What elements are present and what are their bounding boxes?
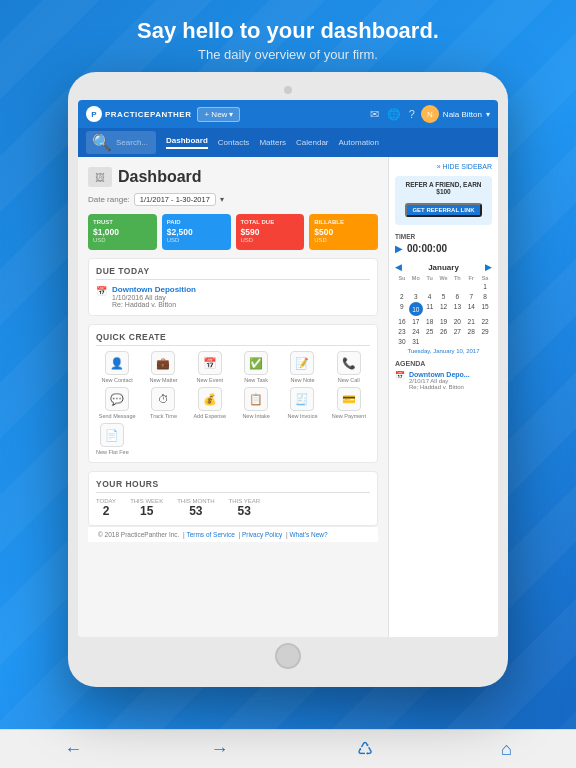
logo-area: P PRACTICEPANTHER [86,106,191,122]
nav-dashboard[interactable]: Dashboard [166,136,208,149]
nav-links: Dashboard Contacts Matters Calendar Auto… [166,136,379,149]
help-icon[interactable]: ? [409,108,415,120]
due-today-header: DUE TODAY [96,266,370,280]
stat-total-due: TOTAL DUE $590 USD [236,214,305,250]
terms-link[interactable]: Terms of Service [186,531,234,538]
bottom-tabs: ← → ♺ ⌂ [0,729,576,768]
qc-new-event[interactable]: 📅 New Event [189,351,231,383]
search-bar: 🔍 Search... Dashboard Contacts Matters C… [78,128,498,157]
agenda-item: 📅 Downtown Depo... 2/10/17 All day Re; H… [395,371,492,390]
cal-days-header: Su Mo Tu We Th Fr Sa [395,275,492,281]
agenda-event-title[interactable]: Downtown Depo... [409,371,470,378]
agenda-title: AGENDA [395,360,492,367]
cal-next-button[interactable]: ▶ [485,262,492,272]
hours-this-month: THIS MONTH 53 [177,498,214,518]
qc-grid-row3: 📄 New Flat Fee [96,423,370,455]
hide-sidebar-button[interactable]: » HIDE SIDEBAR [395,163,492,170]
new-button[interactable]: + New ▾ [197,107,240,122]
forward-button[interactable]: → [210,739,228,760]
page-title: Dashboard [118,168,202,186]
agenda-section: AGENDA 📅 Downtown Depo... 2/10/17 All da… [395,360,492,390]
logo-icon: P [86,106,102,122]
stat-paid: PAID $2,500 USD [162,214,231,250]
main-content: 🖼 Dashboard Date range: 1/1/2017 - 1-30-… [78,157,498,637]
cal-today[interactable]: 10 [409,302,423,316]
qc-new-note[interactable]: 📝 New Note [281,351,323,383]
event-details: Downtown Deposition 1/10/2016 All day Re… [112,285,196,308]
qc-send-message[interactable]: 💬 Send Message [96,387,138,419]
timer-play-button[interactable]: ▶ [395,243,403,254]
privacy-link[interactable]: Privacy Policy [242,531,282,538]
qc-add-expense[interactable]: 💰 Add Expense [189,387,231,419]
calendar-month: January [428,263,459,272]
call-icon: 📞 [337,351,361,375]
event-calendar-icon: 📅 [96,286,107,296]
due-today-section: DUE TODAY 📅 Downtown Deposition 1/10/201… [88,258,378,316]
ipad-home-button[interactable] [275,643,301,669]
whats-new-link[interactable]: What's New? [289,531,327,538]
search-input-area[interactable]: 🔍 Search... [86,131,156,154]
agenda-event-re: Re; Haddad v. Bitton [409,384,470,390]
event-title[interactable]: Downtown Deposition [112,285,196,294]
qc-track-time[interactable]: ⏱ Track Time [142,387,184,419]
intake-icon: 📋 [244,387,268,411]
qc-new-task[interactable]: ✅ New Task [235,351,277,383]
referral-box: REFER A FRIEND, EARN $100 GET REFERRAL L… [395,176,492,225]
hours-row: TODAY 2 THIS WEEK 15 THIS MONTH 53 THI [96,498,370,518]
qc-new-call[interactable]: 📞 New Call [328,351,370,383]
event-icon: 📅 [198,351,222,375]
qc-new-invoice[interactable]: 🧾 New Invoice [281,387,323,419]
timer-time: 00:00:00 [407,243,447,254]
nav-matters[interactable]: Matters [259,138,286,147]
calendar-header: ◀ January ▶ [395,262,492,272]
search-icon: 🔍 [92,133,112,152]
date-range-value[interactable]: 1/1/2017 - 1-30-2017 [134,193,216,206]
subline: The daily overview of your firm. [0,47,576,62]
cal-prev-button[interactable]: ◀ [395,262,402,272]
referral-button[interactable]: GET REFERRAL LINK [405,203,481,217]
task-icon: ✅ [244,351,268,375]
quick-create-header: QUICK CREATE [96,332,370,346]
qc-new-matter[interactable]: 💼 New Matter [142,351,184,383]
calendar-grid: Su Mo Tu We Th Fr Sa [395,275,492,346]
refresh-button[interactable]: ♺ [357,738,373,760]
cal-week-4: 16 17 18 19 20 21 22 [395,317,492,326]
cal-week-1: 1 [395,282,492,291]
ipad-frame: P PRACTICEPANTHER + New ▾ ✉ 🌐 ? N Nala B… [68,72,508,687]
user-menu[interactable]: N Nala Bitton ▾ [421,105,490,123]
dashboard-icon: 🖼 [88,167,112,187]
cal-week-2: 2 3 4 5 6 7 8 [395,292,492,301]
hours-this-week: THIS WEEK 15 [130,498,163,518]
home-button[interactable]: ⌂ [501,739,512,760]
right-sidebar: » HIDE SIDEBAR REFER A FRIEND, EARN $100… [388,157,498,637]
qc-new-payment[interactable]: 💳 New Payment [328,387,370,419]
avatar: N [421,105,439,123]
matter-icon: 💼 [151,351,175,375]
event-date: 1/10/2016 All day [112,294,196,301]
stat-billable: BILLABLE $500 USD [309,214,378,250]
nav-calendar[interactable]: Calendar [296,138,328,147]
qc-grid-row1: 👤 New Contact 💼 New Matter 📅 New Event [96,351,370,383]
date-range-row: Date range: 1/1/2017 - 1-30-2017 ▾ [88,193,378,206]
timer-icon: ⏱ [151,387,175,411]
footer: © 2018 PracticePanther Inc. | Terms of S… [88,526,378,542]
event-item: 📅 Downtown Deposition 1/10/2016 All day … [96,285,370,308]
promo-header: Say hello to your dashboard. The daily o… [0,0,576,72]
ipad-camera [284,86,292,94]
globe-icon[interactable]: 🌐 [387,108,401,121]
search-placeholder: Search... [116,138,148,147]
hours-today: TODAY 2 [96,498,116,518]
nav-automation[interactable]: Automation [339,138,379,147]
nav-icons: ✉ 🌐 ? [370,108,415,121]
qc-new-intake[interactable]: 📋 New Intake [235,387,277,419]
top-nav: P PRACTICEPANTHER + New ▾ ✉ 🌐 ? N Nala B… [78,100,498,128]
qc-new-flat-fee[interactable]: 📄 New Flat Fee [96,423,129,455]
timer-section: TIMER ▶ 00:00:00 [395,233,492,254]
headline: Say hello to your dashboard. [0,18,576,44]
stats-row: TRUST $1,000 USD PAID $2,500 USD TOTAL D… [88,214,378,250]
email-icon[interactable]: ✉ [370,108,379,121]
flat-fee-icon: 📄 [100,423,124,447]
qc-new-contact[interactable]: 👤 New Contact [96,351,138,383]
nav-contacts[interactable]: Contacts [218,138,250,147]
back-button[interactable]: ← [64,739,82,760]
